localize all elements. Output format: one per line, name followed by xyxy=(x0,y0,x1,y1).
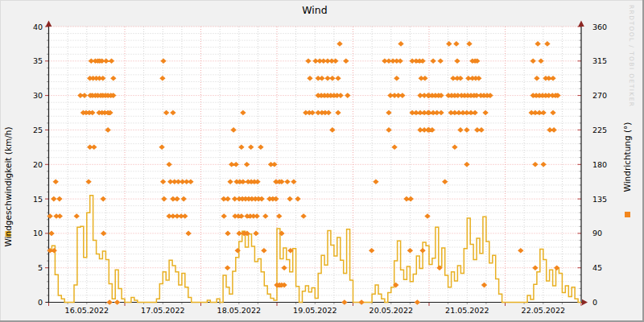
right-axis-tick-label: 225 xyxy=(592,126,607,134)
x-axis-date-label: 21.05.2022 xyxy=(445,306,489,315)
right-axis-title: Windrichtung (°) xyxy=(622,122,632,192)
right-axis-tick-label: 0 xyxy=(592,298,597,307)
x-axis-date-label: 20.05.2022 xyxy=(369,306,413,315)
x-axis-date-label: 22.05.2022 xyxy=(522,306,565,315)
left-axis-title: Windgeschwindigkeit (km/h) xyxy=(3,126,13,246)
left-axis-tick-label: 40 xyxy=(33,23,43,31)
left-axis-tick-label: 10 xyxy=(33,229,43,237)
right-axis-tick-label: 315 xyxy=(592,56,607,65)
legend-direction-swatch xyxy=(625,212,630,217)
right-axis-tick-label: 135 xyxy=(592,195,607,204)
left-axis-tick-label: 25 xyxy=(33,126,43,134)
right-axis-tick-label: 180 xyxy=(592,160,607,169)
left-axis-tick-label: 35 xyxy=(33,56,43,65)
left-axis-tick-label: 0 xyxy=(38,298,43,307)
chart-title: Wind xyxy=(302,4,327,16)
x-axis-date-label: 18.05.2022 xyxy=(217,306,261,315)
left-axis-tick-label: 5 xyxy=(38,263,43,272)
x-axis-date-label: 17.05.2022 xyxy=(141,306,184,315)
wind-chart: Wind051015202530354004590135180225270315… xyxy=(0,0,644,322)
right-axis-tick-label: 360 xyxy=(592,23,607,31)
right-axis-tick-label: 90 xyxy=(592,229,602,237)
wind-chart-panel: Wind051015202530354004590135180225270315… xyxy=(0,0,644,322)
x-axis-date-label: 19.05.2022 xyxy=(293,306,336,315)
rrdtool-watermark: RRDTOOL / TOBI OETIKER xyxy=(628,5,635,107)
left-axis-tick-label: 20 xyxy=(33,160,43,169)
right-axis-tick-label: 45 xyxy=(592,263,602,272)
left-axis-tick-label: 15 xyxy=(33,195,43,204)
right-axis-tick-label: 270 xyxy=(592,91,607,100)
x-axis-date-label: 16.05.2022 xyxy=(65,306,109,315)
left-axis-tick-label: 30 xyxy=(33,91,43,100)
